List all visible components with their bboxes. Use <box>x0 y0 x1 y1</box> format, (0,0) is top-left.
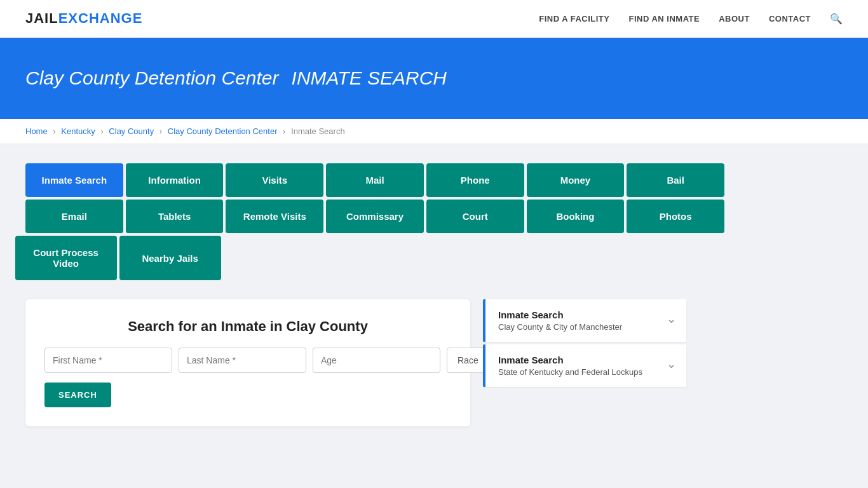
sidebar-panel-kentucky[interactable]: Inmate Search State of Kentucky and Fede… <box>483 344 686 387</box>
tab-tablets[interactable]: Tablets <box>126 200 224 233</box>
search-button[interactable]: SEARCH <box>44 383 111 407</box>
page-title-sub: INMATE SEARCH <box>292 67 447 88</box>
main-content: Inmate Search Information Visits Mail Ph… <box>0 144 868 445</box>
sidebar-panel-clay-county-title: Inmate Search <box>498 309 622 320</box>
sidebar-panels: Inmate Search Clay County & City of Manc… <box>483 299 686 387</box>
logo[interactable]: JAIL EXCHANGE <box>25 10 142 27</box>
tab-photos[interactable]: Photos <box>627 200 724 233</box>
hero-banner: Clay County Detention Center INMATE SEAR… <box>0 38 868 119</box>
sidebar-panel-kentucky-text: Inmate Search State of Kentucky and Fede… <box>498 355 642 377</box>
nav-find-inmate[interactable]: FIND AN INMATE <box>628 14 700 24</box>
tab-commissary[interactable]: Commissary <box>326 200 424 233</box>
search-form-title: Search for an Inmate in Clay County <box>44 318 451 335</box>
nav-links: FIND A FACILITY FIND AN INMATE ABOUT CON… <box>539 13 843 25</box>
tab-email[interactable]: Email <box>25 200 123 233</box>
search-form-container: Search for an Inmate in Clay County Race… <box>25 299 470 426</box>
breadcrumb-clay-county[interactable]: Clay County <box>109 126 154 136</box>
tab-remote-visits[interactable]: Remote Visits <box>226 200 323 233</box>
page-title-main: Clay County Detention Center <box>25 67 279 88</box>
breadcrumb-kentucky[interactable]: Kentucky <box>61 126 95 136</box>
age-input[interactable] <box>313 348 440 373</box>
sidebar-panel-clay-county-subtitle: Clay County & City of Manchester <box>498 322 622 332</box>
bottom-section: Search for an Inmate in Clay County Race… <box>25 299 843 426</box>
breadcrumb-sep-1: › <box>53 126 55 136</box>
chevron-down-icon-2: ⌄ <box>667 357 676 371</box>
sidebar-panel-clay-county[interactable]: Inmate Search Clay County & City of Manc… <box>483 299 686 342</box>
tab-court-process-video[interactable]: Court Process Video <box>15 236 117 280</box>
breadcrumb-sep-4: › <box>283 126 285 136</box>
breadcrumb-current: Inmate Search <box>291 126 345 136</box>
breadcrumb-sep-3: › <box>159 126 162 136</box>
tabs-row-3: Court Process Video Nearby Jails <box>25 236 210 280</box>
tab-booking[interactable]: Booking <box>527 200 625 233</box>
tab-mail[interactable]: Mail <box>326 163 424 197</box>
tab-bail[interactable]: Bail <box>627 163 724 197</box>
page-title: Clay County Detention Center INMATE SEAR… <box>25 64 843 90</box>
tabs-row-1: Inmate Search Information Visits Mail Ph… <box>25 163 724 197</box>
breadcrumb-sep-2: › <box>100 126 103 136</box>
tab-information[interactable]: Information <box>126 163 224 197</box>
first-name-input[interactable] <box>44 348 172 373</box>
logo-jail: JAIL <box>25 10 58 27</box>
breadcrumb-home[interactable]: Home <box>25 126 48 136</box>
tabs-row-2: Email Tablets Remote Visits Commissary C… <box>25 200 724 233</box>
breadcrumb-detention-center[interactable]: Clay County Detention Center <box>168 126 278 136</box>
tab-inmate-search[interactable]: Inmate Search <box>25 163 123 197</box>
tabs-grid: Inmate Search Information Visits Mail Ph… <box>25 163 724 280</box>
tab-visits[interactable]: Visits <box>226 163 323 197</box>
nav-find-facility[interactable]: FIND A FACILITY <box>539 14 609 24</box>
tab-nearby-jails[interactable]: Nearby Jails <box>119 236 221 280</box>
form-row-names: Race White Black Hispanic Asian Other <box>44 348 451 373</box>
search-icon[interactable]: 🔍 <box>830 13 843 25</box>
chevron-down-icon-1: ⌄ <box>667 312 676 326</box>
tab-phone[interactable]: Phone <box>426 163 524 197</box>
nav-about[interactable]: ABOUT <box>719 14 750 24</box>
sidebar-panel-kentucky-subtitle: State of Kentucky and Federal Lockups <box>498 367 642 377</box>
tab-money[interactable]: Money <box>527 163 625 197</box>
navbar: JAIL EXCHANGE FIND A FACILITY FIND AN IN… <box>0 0 868 38</box>
sidebar-panel-clay-county-text: Inmate Search Clay County & City of Manc… <box>498 309 622 332</box>
nav-contact[interactable]: CONTACT <box>769 14 811 24</box>
tab-court[interactable]: Court <box>426 200 524 233</box>
breadcrumb: Home › Kentucky › Clay County › Clay Cou… <box>0 119 868 144</box>
sidebar-panel-kentucky-title: Inmate Search <box>498 355 642 365</box>
last-name-input[interactable] <box>179 348 306 373</box>
logo-exchange: EXCHANGE <box>58 10 143 27</box>
